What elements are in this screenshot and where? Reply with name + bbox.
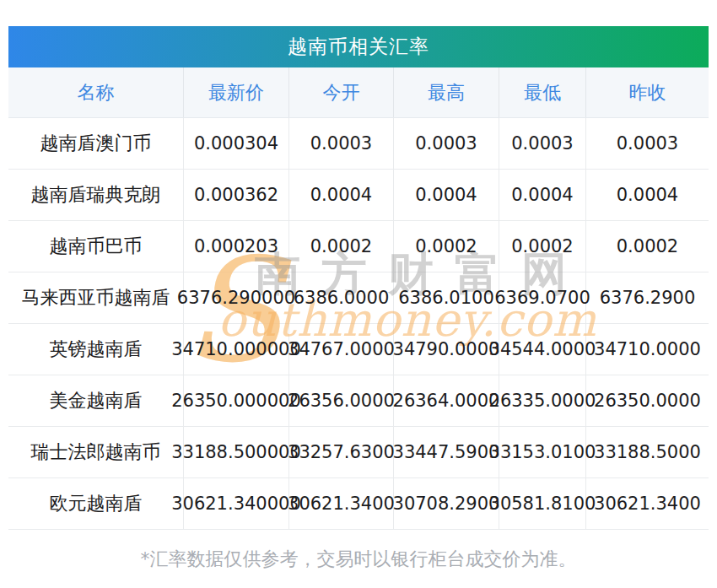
low-price: 6369.0700	[494, 288, 590, 308]
table-row: 美金越南盾 26350.000000 26356.0000 26364.0000…	[8, 375, 709, 427]
high-price: 0.0004	[415, 185, 477, 205]
high-price: 26364.0000	[393, 391, 500, 411]
column-header-latest: 最新价	[183, 67, 288, 117]
open-price: 0.0002	[310, 236, 372, 256]
table-body: 越南盾澳门币 0.000304 0.0003 0.0003 0.0003 0.0…	[8, 118, 709, 530]
high-price: 33447.5900	[393, 442, 500, 462]
pair-name: 越南盾澳门币	[40, 131, 152, 156]
open-price: 0.0003	[310, 133, 372, 154]
exchange-rate-table: 越南币相关汇率 名称 最新价 今开 最高 最低 昨收 越南盾澳门币 0.0003…	[8, 26, 709, 530]
exchange-rate-table-card: 越南币相关汇率 名称 最新价 今开 最高 最低 昨收 越南盾澳门币 0.0003…	[0, 0, 717, 588]
open-price: 30621.3400	[288, 494, 395, 514]
prev-close-price: 26350.0000	[594, 391, 701, 411]
latest-price: 0.000203	[194, 236, 278, 256]
table-row: 欧元越南盾 30621.340000 30621.3400 30708.2900…	[8, 478, 709, 530]
high-price: 34790.0000	[393, 339, 500, 359]
low-price: 30581.8100	[489, 494, 596, 514]
high-price: 30708.2900	[393, 494, 500, 514]
high-price: 0.0002	[415, 236, 477, 256]
open-price: 6386.0000	[294, 288, 390, 308]
latest-price: 34710.000000	[171, 339, 301, 359]
low-price: 33153.0100	[489, 442, 596, 462]
latest-price: 26350.000000	[171, 391, 301, 411]
table-title-bar: 越南币相关汇率	[8, 26, 709, 67]
low-price: 0.0002	[511, 236, 573, 256]
pair-name: 欧元越南盾	[50, 491, 143, 516]
disclaimer-note: *汇率数据仅供参考，交易时以银行柜台成交价为准。	[0, 547, 717, 572]
high-price: 0.0003	[415, 133, 477, 154]
prev-close-price: 34710.0000	[594, 339, 701, 359]
latest-price: 0.000304	[194, 133, 278, 154]
table-row: 越南盾瑞典克朗 0.000362 0.0004 0.0004 0.0004 0.…	[8, 170, 709, 221]
low-price: 34544.0000	[489, 339, 596, 359]
pair-name: 马来西亚币越南盾	[22, 285, 170, 310]
latest-price: 6376.290000	[177, 288, 295, 308]
pair-name: 英镑越南盾	[50, 337, 143, 362]
latest-price: 30621.340000	[171, 494, 301, 514]
table-row: 瑞士法郎越南币 33188.500000 33257.6300 33447.59…	[8, 427, 709, 478]
table-row: 越南币巴币 0.000203 0.0002 0.0002 0.0002 0.00…	[8, 221, 709, 272]
pair-name: 美金越南盾	[50, 388, 143, 413]
column-header-prev-close: 昨收	[585, 67, 709, 117]
table-row: 英镑越南盾 34710.000000 34767.0000 34790.0000…	[8, 324, 709, 375]
table-header-row: 名称 最新价 今开 最高 最低 昨收	[8, 67, 709, 118]
prev-close-price: 33188.5000	[594, 442, 701, 462]
table-row: 越南盾澳门币 0.000304 0.0003 0.0003 0.0003 0.0…	[8, 118, 709, 170]
latest-price: 0.000362	[194, 185, 278, 205]
pair-name: 越南币巴币	[50, 234, 143, 259]
prev-close-price: 6376.2900	[600, 288, 696, 308]
table-title: 越南币相关汇率	[288, 34, 429, 60]
prev-close-price: 0.0004	[617, 185, 678, 205]
high-price: 6386.0100	[398, 288, 494, 308]
low-price: 0.0004	[511, 185, 573, 205]
open-price: 33257.6300	[288, 442, 395, 462]
open-price: 0.0004	[310, 185, 372, 205]
column-header-name: 名称	[8, 67, 183, 117]
pair-name: 瑞士法郎越南币	[31, 440, 161, 465]
low-price: 26335.0000	[489, 391, 596, 411]
low-price: 0.0003	[511, 133, 573, 154]
latest-price: 33188.500000	[171, 442, 301, 462]
column-header-open: 今开	[288, 67, 393, 117]
open-price: 26356.0000	[288, 391, 395, 411]
prev-close-price: 30621.3400	[594, 494, 701, 514]
pair-name: 越南盾瑞典克朗	[31, 182, 161, 208]
open-price: 34767.0000	[288, 339, 395, 359]
prev-close-price: 0.0003	[617, 133, 678, 154]
column-header-high: 最高	[393, 67, 499, 117]
column-header-low: 最低	[499, 67, 585, 117]
prev-close-price: 0.0002	[617, 236, 678, 256]
table-row: 马来西亚币越南盾 6376.290000 6386.0000 6386.0100…	[8, 272, 709, 324]
